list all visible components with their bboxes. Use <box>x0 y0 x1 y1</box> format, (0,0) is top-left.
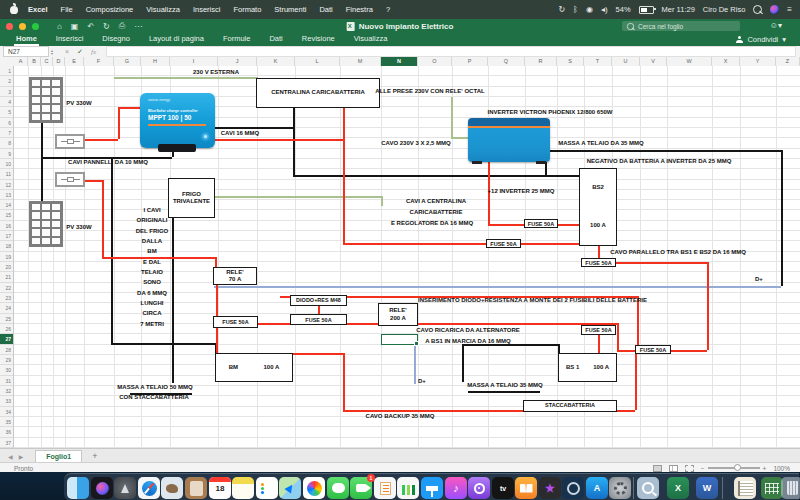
volume-icon[interactable]: ◂) <box>601 5 608 14</box>
column-header-T[interactable]: T <box>584 57 612 66</box>
calendar-icon[interactable]: 18 <box>209 477 231 499</box>
spotlight-icon[interactable] <box>753 5 762 14</box>
zoom-slider[interactable]: − + <box>701 465 767 472</box>
column-header-W[interactable]: W <box>667 57 712 66</box>
row-header-8[interactable]: 8 <box>0 138 13 148</box>
menu-item-strumenti[interactable]: Strumenti <box>274 5 306 14</box>
zoom-in-icon[interactable]: + <box>763 465 767 472</box>
notes-icon[interactable] <box>232 477 254 499</box>
notification-center-icon[interactable]: ≡ <box>787 5 792 14</box>
column-header-Y[interactable]: Y <box>740 57 776 66</box>
column-header-U[interactable]: U <box>612 57 640 66</box>
normal-view-icon[interactable] <box>653 465 662 472</box>
menu-item-finestra[interactable]: Finestra <box>346 5 373 14</box>
messages-icon[interactable] <box>327 477 349 499</box>
siri-icon[interactable] <box>91 477 113 499</box>
user-name[interactable]: Ciro De Riso <box>703 5 746 14</box>
row-header-21[interactable]: 21 <box>0 272 13 282</box>
menu-clock[interactable]: Mer 11:29 <box>662 5 695 14</box>
row-header-23[interactable]: 23 <box>0 293 13 303</box>
word-icon[interactable]: W <box>696 477 718 499</box>
menu-item-composizione[interactable]: Composizione <box>86 5 134 14</box>
row-header-6[interactable]: 6 <box>0 118 13 128</box>
contacts-icon[interactable] <box>185 477 207 499</box>
save-icon[interactable]: ▣ <box>71 22 79 31</box>
siri-icon[interactable] <box>770 5 779 14</box>
system-preferences-icon[interactable] <box>609 477 631 499</box>
maps-icon[interactable] <box>279 477 301 499</box>
row-header-12[interactable]: 12 <box>0 180 13 190</box>
finder-icon[interactable] <box>67 477 89 499</box>
row-header-2[interactable]: 2 <box>0 76 13 86</box>
row-header-14[interactable]: 14 <box>0 200 13 210</box>
keynote-icon[interactable] <box>421 477 443 499</box>
row-header-1[interactable]: 1 <box>0 66 13 76</box>
column-header-O[interactable]: O <box>418 57 452 66</box>
column-header-H[interactable]: H <box>141 57 170 66</box>
menu-item-[interactable]: ? <box>386 5 390 14</box>
undo-icon[interactable]: ↶ <box>87 22 94 31</box>
reminders-icon[interactable] <box>256 477 278 499</box>
row-header-24[interactable]: 24 <box>0 303 13 313</box>
row-header-9[interactable]: 9 <box>0 149 13 159</box>
zoom-track[interactable] <box>708 467 760 469</box>
books-icon[interactable] <box>515 477 537 499</box>
column-header-L[interactable]: L <box>295 57 340 66</box>
column-header-M[interactable]: M <box>340 57 381 66</box>
page-break-view-icon[interactable] <box>685 465 694 472</box>
column-header-C[interactable]: C <box>41 57 53 66</box>
video-icon[interactable]: ◉ <box>586 5 593 14</box>
row-header-29[interactable]: 29 <box>0 355 13 365</box>
zoom-level[interactable]: 100% <box>773 465 790 472</box>
row-header-15[interactable]: 15 <box>0 210 13 220</box>
cancel-icon[interactable]: × <box>65 48 69 55</box>
row-header-30[interactable]: 30 <box>0 365 13 375</box>
formula-input[interactable] <box>106 46 796 57</box>
time-machine-icon[interactable] <box>562 477 584 499</box>
row-header-27[interactable]: 27 <box>0 334 13 344</box>
row-header-3[interactable]: 3 <box>0 87 13 97</box>
tab-disegno[interactable]: Disegno <box>100 33 132 46</box>
column-header-X[interactable]: X <box>712 57 740 66</box>
search-input[interactable]: Cerca nel foglio <box>622 21 740 31</box>
share-button[interactable]: Condividi ▾ <box>736 35 800 44</box>
row-header-26[interactable]: 26 <box>0 324 13 334</box>
menu-item-formato[interactable]: Formato <box>233 5 261 14</box>
sheet-tab-foglio1[interactable]: Foglio1 <box>35 450 82 463</box>
row-header-37[interactable]: 37 <box>0 438 13 448</box>
row-header-7[interactable]: 7 <box>0 128 13 138</box>
tab-visualizza[interactable]: Visualizza <box>352 33 390 46</box>
column-header-N[interactable]: N <box>381 57 418 66</box>
tab-revisione[interactable]: Revisione <box>300 33 337 46</box>
numbers-icon[interactable] <box>397 477 419 499</box>
column-header-J[interactable]: J <box>218 57 257 66</box>
preview-icon[interactable] <box>637 477 659 499</box>
column-header-R[interactable]: R <box>525 57 557 66</box>
row-header-5[interactable]: 5 <box>0 107 13 117</box>
safari-icon[interactable] <box>138 477 160 499</box>
row-header-4[interactable]: 4 <box>0 97 13 107</box>
menu-item-file[interactable]: File <box>61 5 73 14</box>
tab-formule[interactable]: Formule <box>221 33 253 46</box>
photos-icon[interactable] <box>303 477 325 499</box>
row-header-13[interactable]: 13 <box>0 190 13 200</box>
menu-item-visualizza[interactable]: Visualizza <box>146 5 180 14</box>
print-icon[interactable]: ⎙ <box>119 21 125 31</box>
minimize-window-button[interactable] <box>19 23 26 30</box>
column-header-I[interactable]: I <box>170 57 218 66</box>
column-header-A[interactable]: A <box>14 57 28 66</box>
imovie-icon[interactable]: ★ <box>539 477 561 499</box>
more-icon[interactable]: ⋯ <box>134 22 142 31</box>
row-header-18[interactable]: 18 <box>0 241 13 251</box>
notebook-icon[interactable] <box>734 477 756 499</box>
tv-icon[interactable]: tv <box>492 477 514 499</box>
stacks-icon[interactable] <box>761 477 783 499</box>
row-header-34[interactable]: 34 <box>0 407 13 417</box>
app-store-icon[interactable]: A <box>586 477 608 499</box>
column-header-F[interactable]: F <box>84 57 114 66</box>
apple-icon[interactable] <box>10 6 18 14</box>
row-header-25[interactable]: 25 <box>0 314 13 324</box>
column-header-S[interactable]: S <box>557 57 584 66</box>
name-box-stepper[interactable]: ▴▾ <box>51 49 53 55</box>
redo-icon[interactable]: ↻ <box>103 22 110 31</box>
